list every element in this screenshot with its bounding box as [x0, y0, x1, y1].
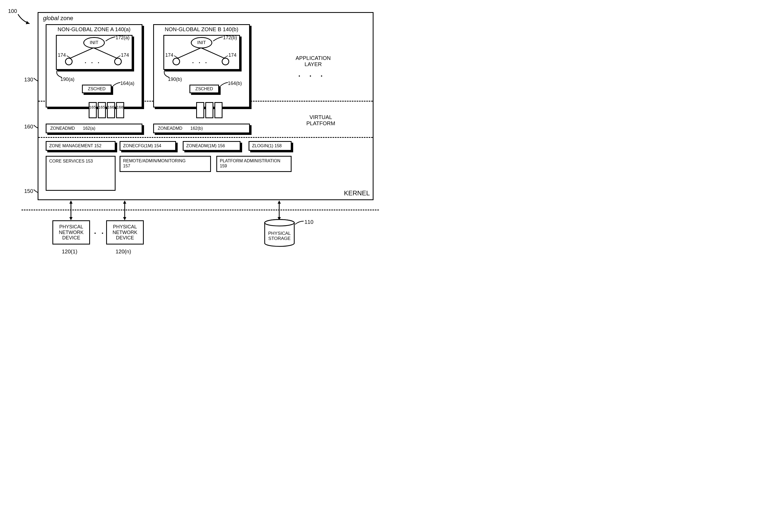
zone-a-zoneadmd-ref: 162(a) — [83, 126, 95, 131]
zone-a-zsched-ref: 164(a) — [120, 81, 134, 86]
leader-icon — [34, 189, 39, 195]
leader-icon — [220, 82, 228, 87]
svg-marker-7 — [69, 217, 73, 220]
zone-b-port — [196, 102, 204, 118]
leader-icon — [117, 54, 121, 59]
zone-a-port-2-ref: 165 — [98, 105, 105, 109]
zone-a-port-3 — [107, 102, 115, 118]
physical-net-device-1: PHYSICAL NETWORK DEVICE — [52, 220, 90, 245]
core-services-box: CORE SERVICES 153 — [46, 156, 116, 191]
remote-admin-box: REMOTE/ADMIN/MONITORING 157 — [120, 156, 211, 172]
leader-icon — [113, 82, 121, 87]
global-zone-title: global zone — [43, 15, 73, 22]
leader-icon — [106, 36, 116, 43]
platform-admin-box: PLATFORM ADMINISTRATION 159 — [216, 156, 292, 172]
svg-marker-0 — [26, 21, 30, 24]
zone-management-box: ZONE MANAGEMENT 152 — [46, 141, 116, 151]
leader-icon — [213, 36, 224, 43]
zone-a-zsched: ZSCHED — [82, 85, 112, 93]
leader-icon — [34, 125, 39, 130]
zoneadm-box: ZONEADM(1M) 156 — [183, 141, 241, 151]
double-arrow-icon — [69, 200, 73, 220]
zone-a-zoneadmd: ZONEADMD 162(a) — [46, 124, 142, 133]
svg-line-1 — [69, 48, 94, 59]
net-device-n-ref: 120(n) — [116, 249, 131, 255]
zone-b-title: NON-GLOBAL ZONE B 140(b) — [156, 26, 247, 33]
zone-a-port-2 — [98, 102, 106, 118]
leader-icon — [67, 54, 71, 59]
dashed-divider-2 — [38, 137, 373, 138]
zone-a-port-1 — [89, 102, 97, 118]
leader-icon — [174, 54, 179, 59]
double-arrow-icon — [277, 200, 282, 220]
app-layer-ref: 130 — [24, 77, 33, 83]
zonecfg-box: ZONECFG(1M) 154 — [120, 141, 176, 151]
leader-icon — [295, 220, 304, 226]
svg-marker-9 — [123, 200, 126, 204]
virt-layer-label: VIRTUAL PLATFORM — [306, 114, 335, 127]
virt-layer-ref: 160 — [24, 124, 33, 130]
system-ref-label: 100 — [8, 8, 17, 14]
zone-b-init: INIT — [191, 37, 212, 48]
kernel-layer-ref: 150 — [24, 188, 33, 194]
zone-b-zsched: ZSCHED — [189, 85, 219, 93]
storage-label: PHYSICAL STORAGE — [265, 231, 294, 241]
zone-architecture-diagram: 100 global zone 130 160 150 APPLICATION … — [8, 8, 384, 266]
double-arrow-icon — [122, 200, 127, 220]
zone-b-zoneadmd-ref: 162(b) — [191, 126, 203, 131]
zone-a-init: INIT — [83, 37, 105, 48]
zone-a-proc-ref-r: 174 — [121, 52, 129, 58]
kernel-layer-label: KERNEL — [344, 189, 370, 197]
zone-a-zoneadmd-label: ZONEADMD — [50, 126, 75, 131]
svg-marker-10 — [123, 217, 126, 220]
storage-ref: 110 — [304, 219, 313, 225]
zone-b-tree-ref: 190(b) — [168, 77, 182, 82]
zone-a-port-4-ref: 168 — [117, 105, 123, 109]
zone-a-tree-ref: 190(a) — [60, 77, 74, 82]
ellipsis-icon: . . . — [192, 58, 209, 65]
svg-point-15 — [265, 220, 294, 226]
dashed-divider-bottom — [21, 210, 379, 210]
arrow-curve-icon — [17, 13, 33, 26]
zone-b-zoneadmd-label: ZONEADMD — [158, 126, 182, 131]
zone-a-init-ref: 172(a) — [116, 35, 130, 41]
svg-line-3 — [177, 48, 201, 59]
zone-b-init-ref: 172(b) — [223, 35, 237, 41]
svg-marker-12 — [278, 200, 281, 204]
svg-line-4 — [201, 48, 225, 59]
zone-b-zsched-ref: 164(b) — [228, 81, 242, 86]
zone-a-port-4 — [116, 102, 124, 118]
physical-net-device-n: PHYSICAL NETWORK DEVICE — [106, 220, 144, 245]
ellipsis-icon: . . . — [298, 70, 324, 78]
zone-a-title: NON-GLOBAL ZONE A 140(a) — [48, 26, 140, 33]
zone-b-port — [205, 102, 213, 118]
zone-b-port — [214, 102, 222, 118]
zone-b-zoneadmd: ZONEADMD 162(b) — [153, 124, 250, 133]
net-device-1-ref: 120(1) — [62, 249, 77, 255]
zone-b-proc-ref-l: 174 — [165, 52, 173, 58]
zlogin-box: ZLOGIN(1) 158 — [249, 141, 292, 151]
leader-icon — [224, 54, 229, 59]
zone-a-port-1-ref: 165 — [89, 105, 96, 109]
svg-line-2 — [94, 48, 118, 59]
ellipsis-icon: . . . — [85, 58, 101, 65]
svg-marker-6 — [69, 200, 73, 204]
app-layer-label: APPLICATION LAYER — [296, 55, 331, 67]
zone-a-proc-ref-l: 174 — [58, 52, 66, 58]
leader-icon — [34, 78, 39, 83]
zone-b-proc-ref-r: 174 — [228, 52, 236, 58]
zone-a-port-3-ref: 166 — [107, 105, 114, 109]
